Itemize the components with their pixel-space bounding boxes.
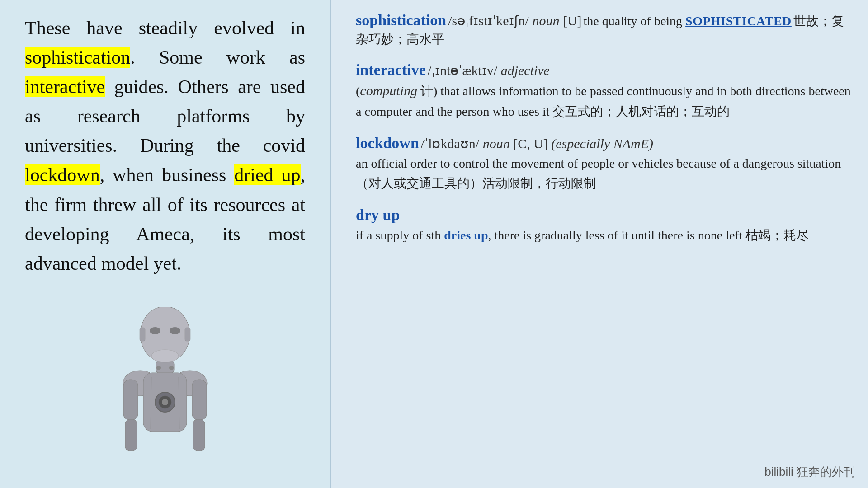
bilibili-watermark: bilibili 狂奔的外刊 — [764, 464, 855, 480]
dict-def-lockdown: an official order to control the movemen… — [356, 154, 851, 193]
svg-point-2 — [170, 327, 180, 334]
text-some: . Some work as — [130, 47, 305, 68]
svg-rect-17 — [140, 328, 145, 341]
svg-rect-10 — [123, 380, 138, 420]
dict-entry-interactive: interactive /ˌɪntəˈæktɪv/ adjective (com… — [356, 61, 851, 121]
highlight-sophistication: sophistication — [25, 47, 130, 68]
left-panel: These have steadily evolved in sophistic… — [0, 0, 330, 488]
dict-word-dry-up: dry up — [356, 206, 400, 223]
dict-def-interactive: (computing 计) that allows information to… — [356, 80, 851, 121]
svg-rect-18 — [185, 328, 190, 341]
svg-rect-11 — [192, 380, 207, 420]
dict-header-sophistication: sophistication /səˌfɪstɪˈkeɪʃn/ noun [U]… — [356, 11, 851, 48]
dict-phonetic-sophistication: /səˌfɪstɪˈkeɪʃn/ — [448, 13, 532, 28]
dict-def-lockdown-cn: （对人或交通工具的）活动限制，行动限制 — [356, 176, 596, 190]
dict-bold-dries-up: dries up — [444, 228, 488, 242]
dict-entry-dry-up: dry up if a supply of sth dries up, ther… — [356, 206, 851, 245]
dict-word-sophistication: sophistication — [356, 12, 446, 28]
dict-header-lockdown: lockdown /ˈlɒkdaʊn/ noun [C, U] (especia… — [356, 135, 851, 152]
dict-word-lockdown: lockdown — [356, 135, 419, 151]
dict-def-interactive-cn: 交互式的；人机对话的；互动的 — [552, 104, 730, 118]
dict-grammar-sophistication: [U] — [563, 13, 582, 28]
dict-def-sophistication-en: the quality of being — [584, 14, 686, 28]
dict-region-lockdown: (especially NAmE) — [551, 136, 653, 151]
dict-word-interactive: interactive — [356, 61, 426, 78]
right-panel: sophistication /səˌfɪstɪˈkeɪʃn/ noun [U]… — [331, 0, 868, 488]
dict-phonetic-interactive: /ˌɪntəˈæktɪv/ — [428, 63, 501, 78]
text-these: These have steadily evolved in — [25, 18, 305, 38]
svg-rect-12 — [125, 419, 137, 451]
dict-computing-label: computing — [360, 83, 417, 98]
dict-entry-lockdown: lockdown /ˈlɒkdaʊn/ noun [C, U] (especia… — [356, 135, 851, 193]
highlight-interactive: interactive — [25, 76, 105, 97]
dict-phonetic-lockdown: /ˈlɒkdaʊn/ — [421, 136, 483, 151]
dict-grammar-lockdown: [C, U] — [513, 136, 551, 151]
svg-rect-13 — [193, 419, 205, 451]
dict-pos-lockdown: noun — [483, 136, 514, 151]
dict-header-dry-up: dry up — [356, 206, 851, 224]
main-text: These have steadily evolved in sophistic… — [25, 14, 305, 278]
robot-image — [88, 298, 242, 488]
dict-entry-sophistication: sophistication /səˌfɪstɪˈkeɪʃn/ noun [U]… — [356, 11, 851, 48]
text-when: , when business — [100, 164, 235, 185]
svg-point-9 — [162, 399, 168, 405]
dict-pos-interactive: adjective — [501, 63, 550, 78]
highlight-lockdown: lockdown — [25, 164, 100, 185]
svg-point-16 — [151, 350, 179, 362]
svg-point-1 — [150, 327, 160, 334]
dict-def-dry-up-cn: 枯竭；耗尽 — [745, 228, 809, 242]
dict-header-interactive: interactive /ˌɪntəˈæktɪv/ adjective — [356, 61, 851, 79]
dict-pos-sophistication: noun — [532, 13, 563, 28]
highlight-dried-up: dried up — [234, 164, 300, 185]
dict-link-sophisticated: SOPHISTICATED — [685, 14, 792, 28]
svg-point-20 — [169, 366, 174, 370]
svg-point-19 — [156, 366, 161, 370]
dict-def-dry-up: if a supply of sth dries up, there is gr… — [356, 225, 851, 245]
robot-svg — [102, 307, 228, 488]
